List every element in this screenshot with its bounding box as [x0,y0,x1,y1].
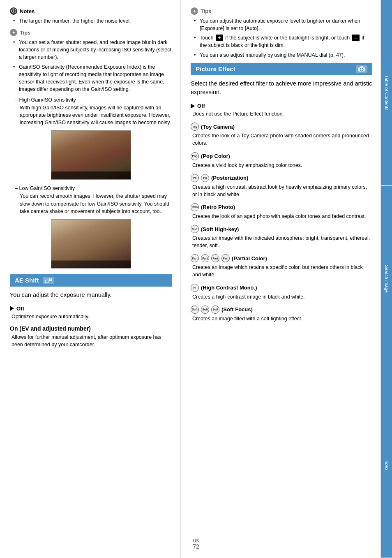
tips-item-left-1: You can set a faster shutter speed, and … [13,39,172,61]
ae-shift-title: AE Shift [15,277,39,284]
low-gain-section: – Low Gain/ISO sensitivity You can recor… [15,185,172,215]
tips-header-left: ✦ Tips [10,29,172,36]
posterization-icon-2: Po [201,174,209,182]
tips-icon-right: ✦ [191,7,198,15]
picture-off-title: Off [191,103,372,109]
effect-posterization: Po Po (Posterization) Creates a high con… [191,174,372,198]
tips-label-right: Tips [201,8,212,14]
ae-off-body: Optimizes exposure automatically. [12,313,172,320]
notes-item-1: The larger the number, the higher the no… [13,17,172,25]
effect-high-contrast-mono-title: Hi (High Contrast Mono.) [191,284,372,292]
notes-list: The larger the number, the higher the no… [13,17,172,25]
soft-focus-icon-3: Soft [211,306,219,314]
ae-on-item: On (EV and adjusted number) Allows for f… [10,325,172,348]
picture-effect-intro: Select the desired effect filter to achi… [191,79,372,97]
tips-label-left: Tips [20,30,31,36]
retro-photo-icon: Rtro [191,203,199,211]
high-gain-section: – High Gain/ISO sensitivity With high Ga… [15,97,172,126]
effect-partial-color-body: Creates an image which retains a specifi… [192,264,372,278]
high-gain-image [51,130,131,180]
high-gain-body: With high Gain/ISO sensitivity, images w… [20,104,172,126]
camera-icon [358,66,365,72]
page-footer: US 72 [193,539,199,550]
tips-header-right: ✦ Tips [191,7,372,15]
effect-toy-camera-title: Toy (Toy Camera) [191,123,372,131]
effect-retro-photo-body: Creates the look of an aged photo with s… [192,213,372,220]
effect-pop-color-body: Creates a vivid look by emphasizing colo… [192,162,372,169]
effect-toy-camera-body: Creates the look of a Toy Camera photo w… [192,132,372,147]
sidebar-right: Table of Contents Search image Index [380,0,392,558]
pop-color-icon: Pop [191,152,199,160]
plus-button-icon: + [216,35,223,41]
picture-effect-header: Picture Effect [191,63,372,75]
effect-posterization-title: Po Po (Posterization) [191,174,372,182]
effect-pop-color: Pop (Pop Color) Creates a vivid look by … [191,152,372,169]
ae-on-body: Allows for further manual adjustment, af… [12,333,172,348]
off-triangle-right-icon [191,104,195,109]
tips-item-left-2: Gain/ISO Sensitivity (Recommended Exposu… [13,63,172,93]
tips-item-right-1: You can adjust the automatic exposure le… [194,17,372,32]
effect-soft-highkey-title: Soft (Soft High-key) [191,225,372,233]
tips-item-right-2: Touch + if the subject is white or the b… [194,34,372,49]
tips-item-right-3: You can also adjust manually by using th… [194,51,372,59]
effect-soft-highkey-body: Creates an image with the indicated atmo… [192,234,372,249]
page-number-prefix: US [193,539,199,543]
high-gain-title: – High Gain/ISO sensitivity [15,97,172,103]
partial-color-icon-1: Part [191,254,199,262]
partial-color-icon-4: Part [221,254,230,262]
minus-button-icon: – [352,35,360,41]
effect-high-contrast-mono-body: Creates a high-contrast image in black a… [192,293,372,301]
ae-intro: You can adjust the exposure manually. [10,291,172,300]
effect-partial-color-title: Part Part Part Part (Partial Color) [191,254,372,262]
effect-retro-photo-title: Rtro (Retro Photo) [191,203,372,211]
off-triangle-icon [10,306,14,311]
tips-icon-left: ✦ [10,29,17,36]
tips-list-left: You can set a faster shutter speed, and … [13,39,172,93]
effect-high-contrast-mono: Hi (High Contrast Mono.) Creates a high-… [191,284,372,301]
sidebar-tab-search[interactable]: Search image [381,186,392,372]
effect-pop-color-title: Pop (Pop Color) [191,152,372,160]
low-gain-image [51,219,131,269]
effect-soft-highkey: Soft (Soft High-key) Creates an image wi… [191,225,372,249]
svg-rect-2 [360,66,363,68]
posterization-icon-1: Po [191,174,199,182]
effect-soft-focus-title: Soft Soft Soft (Soft Focus) [191,306,372,314]
notes-header: ⓘ Notes [10,7,172,15]
effect-retro-photo: Rtro (Retro Photo) Creates the look of a… [191,203,372,220]
effect-soft-focus: Soft Soft Soft (Soft Focus) Creates an i… [191,306,372,322]
picture-effect-mode-icon [356,65,367,73]
effect-partial-color: Part Part Part Part (Partial Color) Crea… [191,254,372,278]
ae-shift-section-header: AE Shift ▢M [10,274,172,287]
ae-shift-icon: ▢M [43,277,54,284]
low-gain-title: – Low Gain/ISO sensitivity [15,185,172,191]
effect-posterization-body: Creates a high contrast, abstract look b… [192,183,372,198]
ae-off-title: Off [10,306,172,312]
sidebar-tab-index[interactable]: Index [381,372,392,558]
picture-effect-off: Off Does not use the Picture Effect func… [191,103,372,118]
picture-effect-title: Picture Effect [196,65,235,72]
notes-label: Notes [20,8,35,14]
ae-on-title: On (EV and adjusted number) [10,325,172,332]
notes-icon: ⓘ [10,7,17,15]
page-number: 72 [193,543,199,550]
partial-color-icon-3: Part [211,254,219,262]
high-contrast-mono-icon: Hi [191,284,199,292]
soft-focus-icon-1: Soft [191,306,199,314]
partial-color-icon-2: Part [201,254,209,262]
soft-focus-icon-2: Soft [201,306,209,314]
ae-off-item: Off Optimizes exposure automatically. [10,306,172,320]
picture-off-body: Does not use the Picture Effect function… [192,110,372,118]
sidebar-tab-toc[interactable]: Table of Contents [381,0,392,186]
tips-list-right: You can adjust the automatic exposure le… [194,17,372,59]
soft-highkey-icon: Soft [191,225,199,233]
low-gain-body: You can record smooth images. However, t… [20,192,172,215]
effect-toy-camera: Toy (Toy Camera) Creates the look of a T… [191,123,372,147]
effect-soft-focus-body: Creates an image filled with a soft ligh… [192,315,372,322]
toy-camera-icon: Toy [191,123,199,131]
